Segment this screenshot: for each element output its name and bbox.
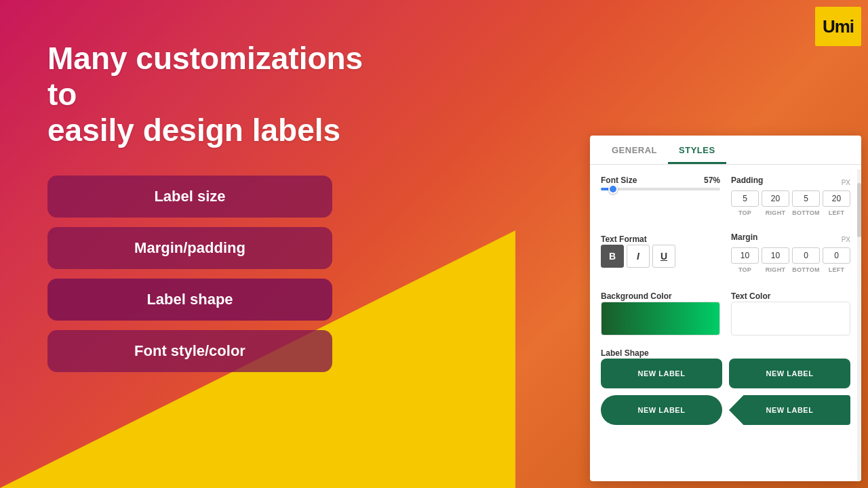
margin-top-input[interactable] — [731, 247, 759, 264]
tab-general[interactable]: GENERAL — [601, 136, 668, 164]
shape-rounded2-button[interactable]: NEW LABEL — [729, 359, 850, 388]
margin-bottom-input[interactable] — [792, 247, 820, 264]
color-row: Background Color Text Color — [601, 289, 850, 336]
logo-text: Umi — [823, 16, 854, 37]
text-format-col: Text Format B I U — [601, 232, 720, 279]
text-color-swatch[interactable] — [731, 302, 850, 336]
padding-left-input[interactable] — [823, 190, 850, 207]
feature-margin-padding-button[interactable]: Margin/padding — [47, 227, 332, 269]
text-format-label: Text Format — [601, 235, 647, 244]
padding-labels: TOP RIGHT BOTTOM LEFT — [731, 209, 850, 216]
font-size-col: Font Size 57% — [601, 176, 720, 222]
margin-left-input[interactable] — [823, 247, 850, 264]
padding-right-input[interactable] — [762, 190, 789, 207]
margin-label: Margin — [731, 232, 757, 242]
main-title: Many customizations toeasily design labe… — [47, 41, 387, 148]
pad-lbl-left: LEFT — [823, 209, 850, 216]
margin-px-label: PX — [842, 236, 850, 243]
underline-button[interactable]: U — [652, 245, 675, 268]
left-content: Many customizations toeasily design labe… — [47, 41, 387, 372]
padding-bottom-input[interactable] — [792, 190, 820, 207]
text-format-buttons: B I U — [601, 245, 720, 268]
background-color-swatch[interactable] — [601, 302, 720, 336]
shape-banner-button[interactable]: NEW LABEL — [729, 395, 850, 425]
shape-pill-button[interactable]: NEW LABEL — [601, 395, 722, 425]
background-color-label: Background Color — [601, 291, 672, 301]
shape-rounded-button[interactable]: NEW LABEL — [601, 359, 722, 388]
padding-label: Padding — [731, 176, 763, 185]
padding-top-input[interactable] — [731, 190, 759, 207]
slider-thumb — [608, 184, 618, 194]
margin-labels: TOP RIGHT BOTTOM LEFT — [731, 266, 850, 273]
umi-logo: Umi — [815, 7, 861, 46]
pad-lbl-right: RIGHT — [762, 209, 789, 216]
margin-inputs — [731, 247, 850, 264]
margin-right-input[interactable] — [762, 247, 789, 264]
padding-col: Padding PX TOP RIGHT BOTTOM LEFT — [731, 176, 850, 222]
font-size-slider[interactable] — [601, 188, 720, 190]
font-size-value: 57% — [704, 176, 720, 185]
padding-px-label: PX — [842, 179, 850, 186]
margin-col: Margin PX TOP RIGHT BOTTOM LEFT — [731, 232, 850, 279]
panel-tabs: GENERAL STYLES — [590, 136, 861, 165]
label-shape-grid: NEW LABEL NEW LABEL NEW LABEL NEW LABEL — [601, 359, 850, 425]
margin-lbl-top: TOP — [731, 266, 759, 273]
feature-font-style-button[interactable]: Font style/color — [47, 330, 332, 372]
feature-label-size-button[interactable]: Label size — [47, 176, 332, 218]
italic-button[interactable]: I — [627, 245, 650, 268]
label-shape-section: Label Shape NEW LABEL NEW LABEL NEW LABE… — [601, 346, 850, 425]
panel-body: Font Size 57% Padding PX — [590, 165, 861, 481]
text-color-col: Text Color — [731, 289, 850, 336]
scrollbar-thumb[interactable] — [857, 183, 861, 237]
bold-button[interactable]: B — [601, 245, 624, 268]
text-color-label: Text Color — [731, 291, 770, 301]
text-format-margin-row: Text Format B I U Margin PX — [601, 232, 850, 279]
pad-lbl-bottom: BOTTOM — [792, 209, 820, 216]
font-size-padding-row: Font Size 57% Padding PX — [601, 176, 850, 222]
tab-styles[interactable]: STYLES — [668, 136, 726, 164]
padding-inputs — [731, 190, 850, 207]
feature-label-shape-button[interactable]: Label shape — [47, 279, 332, 321]
margin-lbl-left: LEFT — [823, 266, 850, 273]
font-size-label: Font Size — [601, 176, 637, 185]
margin-lbl-bottom: BOTTOM — [792, 266, 820, 273]
customization-panel: GENERAL STYLES Font Size 57% Padding — [590, 136, 861, 481]
feature-list: Label size Margin/padding Label shape Fo… — [47, 176, 387, 372]
label-shape-label: Label Shape — [601, 348, 649, 358]
pad-lbl-top: TOP — [731, 209, 759, 216]
scrollbar-track[interactable] — [857, 169, 861, 481]
margin-lbl-right: RIGHT — [762, 266, 789, 273]
background-color-col: Background Color — [601, 289, 720, 336]
